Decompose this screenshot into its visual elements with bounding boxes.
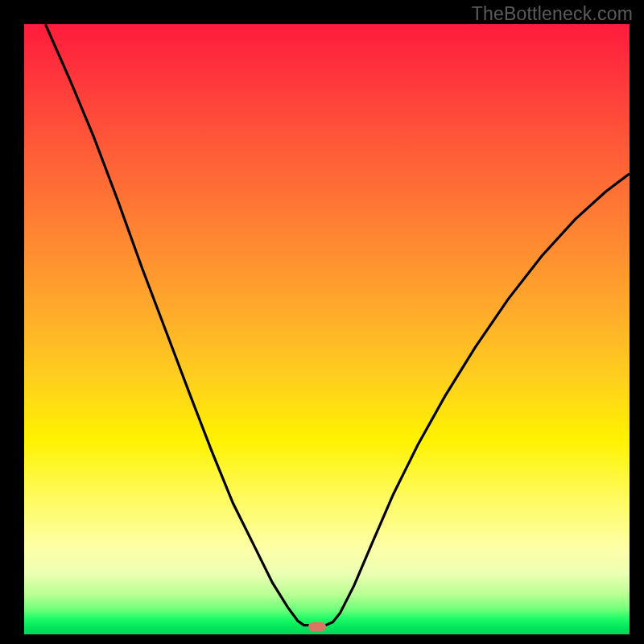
watermark-text: TheBottleneck.com [472, 3, 633, 25]
curve-svg [24, 24, 630, 634]
bottleneck-curve [45, 24, 630, 625]
chart-frame: TheBottleneck.com [0, 0, 644, 644]
optimal-marker [308, 622, 326, 631]
plot-area [24, 24, 630, 634]
